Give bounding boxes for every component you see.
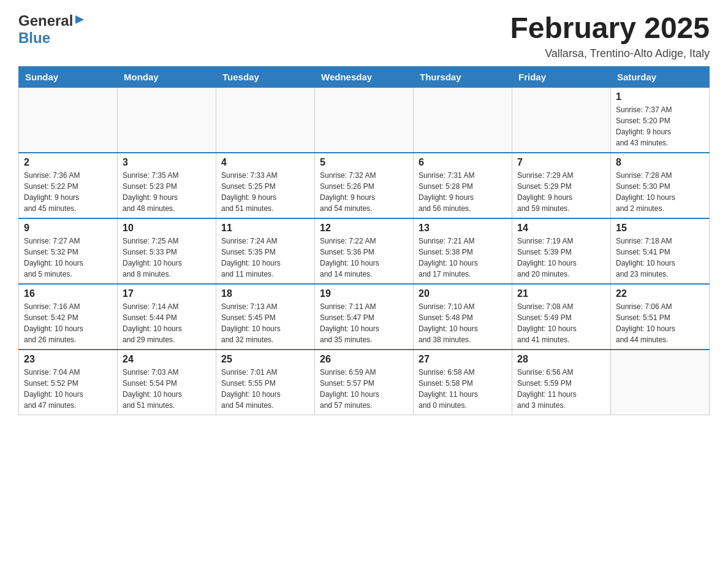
day-number: 14: [517, 223, 605, 234]
calendar-cell: [315, 87, 414, 153]
calendar-cell: 6Sunrise: 7:31 AMSunset: 5:28 PMDaylight…: [414, 153, 512, 218]
day-info: Sunrise: 7:31 AMSunset: 5:28 PMDaylight:…: [419, 170, 507, 214]
day-info: Sunrise: 7:03 AMSunset: 5:54 PMDaylight:…: [123, 367, 211, 411]
calendar-cell: 15Sunrise: 7:18 AMSunset: 5:41 PMDayligh…: [611, 218, 710, 284]
day-info: Sunrise: 7:04 AMSunset: 5:52 PMDaylight:…: [24, 367, 112, 411]
calendar-cell: 20Sunrise: 7:10 AMSunset: 5:48 PMDayligh…: [414, 284, 512, 350]
calendar-cell: 2Sunrise: 7:36 AMSunset: 5:22 PMDaylight…: [19, 153, 118, 218]
column-header-saturday: Saturday: [611, 66, 710, 87]
day-info: Sunrise: 7:36 AMSunset: 5:22 PMDaylight:…: [24, 170, 112, 214]
day-info: Sunrise: 6:58 AMSunset: 5:58 PMDaylight:…: [419, 367, 507, 411]
day-info: Sunrise: 7:37 AMSunset: 5:20 PMDaylight:…: [616, 104, 704, 148]
column-header-friday: Friday: [512, 66, 611, 87]
location: Vallarsa, Trentino-Alto Adige, Italy: [510, 47, 710, 60]
day-number: 24: [123, 354, 211, 365]
calendar-cell: [216, 87, 315, 153]
column-header-tuesday: Tuesday: [216, 66, 315, 87]
day-number: 18: [221, 288, 309, 299]
day-number: 15: [616, 223, 704, 234]
calendar-week-row: 9Sunrise: 7:27 AMSunset: 5:32 PMDaylight…: [19, 218, 710, 284]
day-info: Sunrise: 6:56 AMSunset: 5:59 PMDaylight:…: [517, 367, 605, 411]
month-title: February 2025: [510, 12, 710, 45]
calendar-cell: 7Sunrise: 7:29 AMSunset: 5:29 PMDaylight…: [512, 153, 611, 218]
day-number: 1: [616, 91, 704, 102]
day-info: Sunrise: 7:33 AMSunset: 5:25 PMDaylight:…: [221, 170, 309, 214]
day-number: 6: [419, 157, 507, 168]
day-number: 26: [320, 354, 408, 365]
day-info: Sunrise: 7:32 AMSunset: 5:26 PMDaylight:…: [320, 170, 408, 214]
calendar-cell: 11Sunrise: 7:24 AMSunset: 5:35 PMDayligh…: [216, 218, 315, 284]
day-number: 2: [24, 157, 112, 168]
calendar-cell: 24Sunrise: 7:03 AMSunset: 5:54 PMDayligh…: [118, 350, 216, 415]
day-number: 5: [320, 157, 408, 168]
day-info: Sunrise: 7:06 AMSunset: 5:51 PMDaylight:…: [616, 301, 704, 345]
calendar-cell: 26Sunrise: 6:59 AMSunset: 5:57 PMDayligh…: [315, 350, 414, 415]
calendar-cell: [19, 87, 118, 153]
day-number: 3: [123, 157, 211, 168]
day-number: 25: [221, 354, 309, 365]
day-info: Sunrise: 7:24 AMSunset: 5:35 PMDaylight:…: [221, 236, 309, 280]
calendar-header-row: SundayMondayTuesdayWednesdayThursdayFrid…: [19, 66, 710, 87]
calendar-cell: 23Sunrise: 7:04 AMSunset: 5:52 PMDayligh…: [19, 350, 118, 415]
day-info: Sunrise: 7:28 AMSunset: 5:30 PMDaylight:…: [616, 170, 704, 214]
day-number: 21: [517, 288, 605, 299]
calendar-cell: 4Sunrise: 7:33 AMSunset: 5:25 PMDaylight…: [216, 153, 315, 218]
day-info: Sunrise: 7:35 AMSunset: 5:23 PMDaylight:…: [123, 170, 211, 214]
column-header-sunday: Sunday: [19, 66, 118, 87]
day-number: 10: [123, 223, 211, 234]
calendar-cell: 22Sunrise: 7:06 AMSunset: 5:51 PMDayligh…: [611, 284, 710, 350]
svg-marker-0: [75, 15, 84, 24]
day-info: Sunrise: 7:18 AMSunset: 5:41 PMDaylight:…: [616, 236, 704, 280]
day-number: 11: [221, 223, 309, 234]
day-info: Sunrise: 7:21 AMSunset: 5:38 PMDaylight:…: [419, 236, 507, 280]
calendar-cell: 8Sunrise: 7:28 AMSunset: 5:30 PMDaylight…: [611, 153, 710, 218]
calendar-cell: 9Sunrise: 7:27 AMSunset: 5:32 PMDaylight…: [19, 218, 118, 284]
day-number: 16: [24, 288, 112, 299]
day-info: Sunrise: 7:19 AMSunset: 5:39 PMDaylight:…: [517, 236, 605, 280]
calendar-cell: 18Sunrise: 7:13 AMSunset: 5:45 PMDayligh…: [216, 284, 315, 350]
calendar-table: SundayMondayTuesdayWednesdayThursdayFrid…: [18, 66, 710, 415]
calendar-cell: 5Sunrise: 7:32 AMSunset: 5:26 PMDaylight…: [315, 153, 414, 218]
day-number: 28: [517, 354, 605, 365]
day-info: Sunrise: 7:22 AMSunset: 5:36 PMDaylight:…: [320, 236, 408, 280]
calendar-cell: 3Sunrise: 7:35 AMSunset: 5:23 PMDaylight…: [118, 153, 216, 218]
day-number: 4: [221, 157, 309, 168]
day-number: 9: [24, 223, 112, 234]
day-info: Sunrise: 7:13 AMSunset: 5:45 PMDaylight:…: [221, 301, 309, 345]
day-info: Sunrise: 7:29 AMSunset: 5:29 PMDaylight:…: [517, 170, 605, 214]
day-info: Sunrise: 7:11 AMSunset: 5:47 PMDaylight:…: [320, 301, 408, 345]
day-number: 13: [419, 223, 507, 234]
calendar-cell: 1Sunrise: 7:37 AMSunset: 5:20 PMDaylight…: [611, 87, 710, 153]
day-number: 20: [419, 288, 507, 299]
column-header-monday: Monday: [118, 66, 216, 87]
calendar-cell: 19Sunrise: 7:11 AMSunset: 5:47 PMDayligh…: [315, 284, 414, 350]
calendar-cell: 25Sunrise: 7:01 AMSunset: 5:55 PMDayligh…: [216, 350, 315, 415]
day-number: 17: [123, 288, 211, 299]
calendar-cell: 12Sunrise: 7:22 AMSunset: 5:36 PMDayligh…: [315, 218, 414, 284]
day-info: Sunrise: 7:25 AMSunset: 5:33 PMDaylight:…: [123, 236, 211, 280]
calendar-week-row: 1Sunrise: 7:37 AMSunset: 5:20 PMDaylight…: [19, 87, 710, 153]
calendar-week-row: 16Sunrise: 7:16 AMSunset: 5:42 PMDayligh…: [19, 284, 710, 350]
day-number: 23: [24, 354, 112, 365]
calendar-cell: 21Sunrise: 7:08 AMSunset: 5:49 PMDayligh…: [512, 284, 611, 350]
calendar-week-row: 23Sunrise: 7:04 AMSunset: 5:52 PMDayligh…: [19, 350, 710, 415]
calendar-cell: [414, 87, 512, 153]
day-info: Sunrise: 7:14 AMSunset: 5:44 PMDaylight:…: [123, 301, 211, 345]
logo-arrow-icon: [74, 14, 85, 28]
logo: General Blue: [18, 12, 85, 47]
page-header: General Blue February 2025 Vallarsa, Tre…: [18, 12, 710, 60]
day-number: 22: [616, 288, 704, 299]
calendar-cell: 27Sunrise: 6:58 AMSunset: 5:58 PMDayligh…: [414, 350, 512, 415]
calendar-week-row: 2Sunrise: 7:36 AMSunset: 5:22 PMDaylight…: [19, 153, 710, 218]
day-number: 27: [419, 354, 507, 365]
column-header-thursday: Thursday: [414, 66, 512, 87]
logo-general-text: General: [18, 12, 73, 29]
calendar-cell: [512, 87, 611, 153]
calendar-cell: 28Sunrise: 6:56 AMSunset: 5:59 PMDayligh…: [512, 350, 611, 415]
calendar-cell: [611, 350, 710, 415]
day-number: 19: [320, 288, 408, 299]
day-info: Sunrise: 7:01 AMSunset: 5:55 PMDaylight:…: [221, 367, 309, 411]
day-number: 7: [517, 157, 605, 168]
calendar-cell: [118, 87, 216, 153]
day-info: Sunrise: 7:16 AMSunset: 5:42 PMDaylight:…: [24, 301, 112, 345]
